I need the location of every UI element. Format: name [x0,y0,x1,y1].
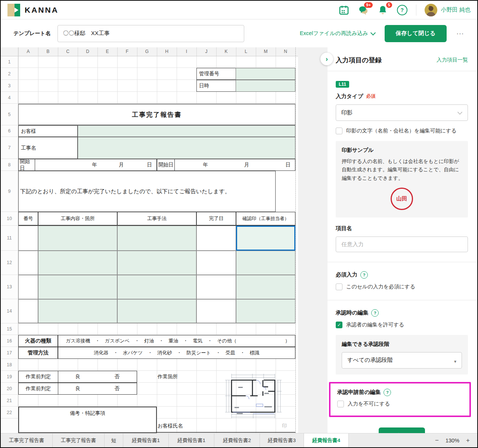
calendar-icon[interactable] [338,4,350,16]
sheet-title[interactable]: 工事完了報告書 [18,104,295,125]
sheet-tab-8[interactable]: 経費報告書4 [304,433,349,448]
row-header-3[interactable]: 3 [1,80,18,92]
sheet-tab-5[interactable]: 経費報告書1 [169,433,214,448]
kanna-logo-icon[interactable] [7,4,20,16]
row-header-20[interactable]: 20 [1,383,18,395]
row-header-11[interactable]: 11 [1,226,18,251]
sheet-cell-biko[interactable]: 備考・特記事項 [18,407,157,433]
chat-icon[interactable]: 9+ [358,4,369,16]
column-header-C[interactable]: C [58,47,78,56]
stage-select[interactable]: すべての承認段階 ▾ [342,352,462,369]
sheet-data-cell[interactable] [196,226,236,251]
sheet-tab-4[interactable]: 経費報告書1 [123,433,169,448]
sheet-header-kakunin[interactable]: 確認印（工事担当者） [236,212,295,226]
sheet-header-bango[interactable]: 番号 [18,212,38,226]
zoom-in-button[interactable]: + [466,437,470,444]
sheet-cell-input[interactable] [78,137,295,159]
row-header-9[interactable]: 9 [1,171,18,212]
column-header-N[interactable]: N [276,47,295,56]
column-header-I[interactable]: I [177,47,196,56]
sheet-data-cell[interactable] [117,226,196,251]
sheet-data-cell[interactable] [18,299,38,323]
sheet-cell-notice[interactable]: 下記のとおり、所定の工事が完了いたしましたので、以下にてご報告いたします。 [18,171,276,212]
sheet-data-cell[interactable] [38,275,117,299]
pre-approval-checkbox[interactable] [337,401,344,407]
sheet-cell-start-date-1[interactable]: 開始日 年 月 日 [18,159,157,171]
sheet-row[interactable] [18,359,296,371]
input-type-select[interactable]: 印影 [336,104,468,121]
sheet-data-cell[interactable] [18,275,38,299]
more-options-icon[interactable]: ⋯ [456,29,465,38]
sheet-cell-in[interactable]: 印 [275,419,294,433]
save-button[interactable]: 保存する [379,427,425,433]
sheet-data-cell[interactable] [236,299,295,323]
sheet-data-cell[interactable] [196,275,236,299]
row-header-2[interactable]: 2 [1,68,18,80]
row-header-19[interactable]: 19 [1,371,18,383]
row-header-12[interactable]: 12 [1,251,18,275]
reload-excel-dropdown[interactable]: Excelファイルの再読み込み [300,30,375,37]
sheet-header-naiyo[interactable]: 工事内容・箇所 [38,212,117,226]
row-header-22[interactable]: 22 [1,407,18,419]
column-header-B[interactable]: B [38,47,58,56]
column-header-K[interactable]: K [216,47,236,56]
sheet-data-cell[interactable] [38,251,117,275]
sheet-cell-sagyo-basho[interactable]: 作業箇所 [158,371,199,383]
column-header-E[interactable]: E [97,47,117,56]
sheet-data-cell[interactable] [117,299,196,323]
sheet-cell-kaki-items[interactable]: ガス溶接機 ・ ガスボンベ ・ 灯油 ・ 重油 ・ 電気 ・ その他（ ） [58,335,295,347]
sheet-data-cell[interactable] [236,251,295,275]
panel-collapse-button[interactable]: › [320,53,333,65]
row-header-4[interactable]: 4 [1,92,18,104]
sheet-cell-input[interactable] [236,68,295,80]
column-header-M[interactable]: M [256,47,276,56]
row-header-16[interactable]: 16 [1,335,18,347]
sheet-data-cell[interactable] [117,275,196,299]
row-header-14[interactable]: 14 [1,299,18,323]
sheet-tab-7[interactable]: 経費報告書3 [260,433,304,448]
input-item-list-link[interactable]: 入力項目一覧 [437,57,468,63]
sheet-data-cell[interactable] [18,251,38,275]
item-name-input[interactable] [336,236,468,252]
save-and-close-button[interactable]: 保存して閉じる [385,25,447,42]
row-header-6[interactable]: 6 [1,125,18,137]
sheet-cell-kanri-items[interactable]: 消化器 ・ 水バケツ ・ 消化砂 ・ 防災シート ・ 受皿 ・ 標識 [58,347,295,359]
row-header-17[interactable]: 17 [1,347,18,359]
editable-stamp-checkbox[interactable] [336,128,342,134]
row-header-15[interactable]: 15 [1,323,18,335]
sheet-cell-kanri-label[interactable]: 管理方法 [18,347,58,359]
sheet-cell-kaki-label[interactable]: 火器の種類 [18,335,58,347]
help-icon[interactable]: ? [360,271,368,279]
sheet-header-kanryobi[interactable]: 完了日 [196,212,236,226]
row-header-10[interactable]: 10 [1,212,18,226]
sheet-row[interactable] [18,92,296,104]
column-header-A[interactable]: A [18,47,38,56]
help-icon[interactable]: ? [397,4,408,16]
sheet-cell-hantei-2[interactable]: 作業前判定 良 否 [18,383,137,395]
sheet-cell-start-date-2[interactable]: 開始日 年 月 日 [157,159,295,171]
column-header-H[interactable]: H [157,47,177,56]
sheet-tab-2[interactable]: 工事完了報告書 [53,433,105,448]
approval-edit-checkbox[interactable]: ✓ [336,322,342,328]
column-header-J[interactable]: J [196,47,216,56]
row-header-13[interactable]: 13 [1,275,18,299]
sheet-cell-kanri-bango[interactable]: 管理番号 [196,68,236,80]
user-menu[interactable]: 小野田 純也 [425,4,471,16]
sheet-tab-1[interactable]: 工事完了報告書 [1,433,53,448]
sheet-cell-shimei[interactable]: お客様氏名 [158,419,202,433]
bell-icon[interactable]: 5 [377,4,388,16]
sheet-tab-3[interactable]: 短 [105,433,123,448]
required-input-checkbox[interactable] [336,283,342,290]
template-name-input[interactable] [58,25,244,42]
sheet-cell-koujimei[interactable]: 工事名 [18,137,78,159]
sheet-data-cell[interactable] [236,275,295,299]
row-header-8[interactable]: 8 [1,159,18,171]
row-header-23[interactable] [1,419,18,433]
zoom-out-button[interactable]: − [435,437,439,444]
sheet-data-cell[interactable] [196,299,236,323]
row-header-1[interactable]: 1 [1,56,18,68]
sheet-cell-okyakusama[interactable]: お客様 [18,125,78,137]
sheet-data-cell[interactable] [196,251,236,275]
sheet-data-cell[interactable] [18,226,38,251]
column-header-D[interactable]: D [78,47,97,56]
